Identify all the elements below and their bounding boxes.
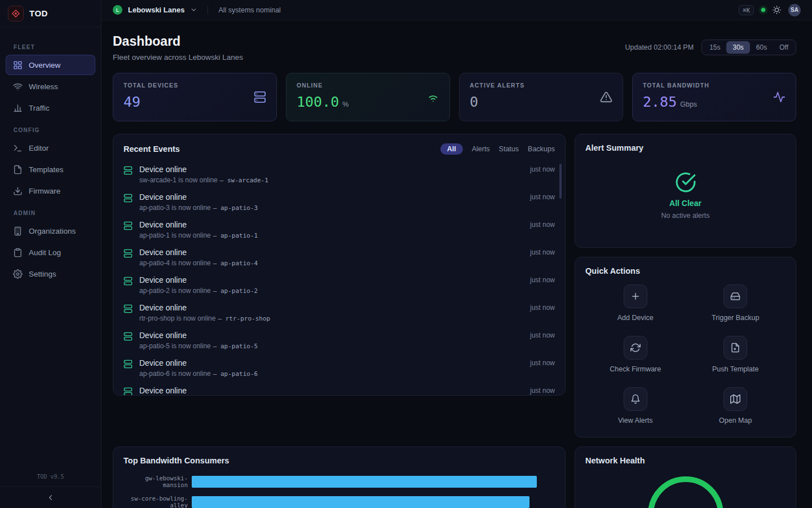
event-title: Device online	[139, 331, 187, 340]
event-row[interactable]: Device online ap-patio-1 is now online— …	[123, 216, 555, 243]
event-detail: ap-patio-5 is now online— ap-patio-5	[139, 342, 258, 350]
tab-backups[interactable]: Backups	[528, 145, 555, 153]
sidebar-item-wireless[interactable]: Wireless	[6, 76, 95, 97]
event-time: just now	[530, 358, 555, 367]
sidebar-section-config: CONFIG	[14, 127, 101, 133]
event-time: just now	[530, 330, 555, 339]
stat-label: TOTAL BANDWIDTH	[643, 82, 785, 89]
recent-events-title: Recent Events	[123, 144, 180, 154]
sidebar-item-audit-log[interactable]: Audit Log	[6, 242, 95, 262]
sidebar-item-editor[interactable]: Editor	[6, 138, 95, 158]
refresh-option-off[interactable]: Off	[773, 41, 795, 54]
server-icon	[254, 91, 266, 103]
event-time: just now	[530, 247, 555, 256]
alert-status-text: All Clear	[669, 199, 701, 208]
stat-card-total-bandwidth: TOTAL BANDWIDTH 2.85 Gbps	[632, 73, 796, 121]
bandwidth-bar	[192, 496, 529, 508]
sidebar-item-traffic[interactable]: Traffic	[6, 98, 95, 118]
sidebar-item-label: Editor	[29, 144, 48, 152]
sidebar-nav: FLEET Overview Wireless Traffic CONFIG E	[0, 27, 101, 468]
event-row[interactable]: Device online ap-patio-6 is now online— …	[123, 354, 555, 382]
dashboard-content: Dashboard Fleet overview across Lebowski…	[102, 20, 812, 508]
event-detail: ap-patio-3 is now online— ap-patio-3	[139, 204, 258, 212]
app-name: TOD	[29, 8, 48, 18]
user-avatar[interactable]: SA	[788, 4, 801, 16]
events-scrollbar-thumb[interactable]	[559, 164, 562, 199]
org-badge: L	[113, 5, 122, 15]
stat-label: ONLINE	[297, 82, 439, 89]
refresh-option-30s[interactable]: 30s	[726, 41, 749, 54]
sidebar-item-firmware[interactable]: Firmware	[6, 181, 95, 201]
event-list: Device online sw-arcade-1 is now online—…	[123, 160, 555, 396]
sidebar-item-settings[interactable]: Settings	[6, 264, 95, 284]
server-icon	[123, 387, 133, 396]
event-row[interactable]: Device online just now	[123, 382, 555, 396]
event-row[interactable]: Device online ap-patio-5 is now online— …	[123, 326, 555, 354]
event-row[interactable]: Device online rtr-pro-shop is now online…	[123, 299, 555, 326]
sidebar-item-overview[interactable]: Overview	[6, 55, 95, 75]
sidebar-item-label: Audit Log	[29, 248, 61, 257]
add-device-button[interactable]: Add Device	[585, 284, 686, 322]
quick-actions-panel: Quick Actions Add Device Trigger Backup	[575, 257, 796, 437]
open-map-button[interactable]: Open Map	[686, 387, 786, 424]
stat-unit: Gbps	[680, 100, 697, 108]
event-time: just now	[530, 386, 555, 395]
event-detail: rtr-pro-shop is now online— rtr-pro-shop	[139, 314, 270, 322]
server-icon	[123, 360, 133, 369]
refresh-option-15s[interactable]: 15s	[703, 41, 726, 54]
alert-detail-text: No active alerts	[661, 212, 709, 220]
sidebar-item-label: Settings	[29, 270, 56, 278]
grid-icon	[13, 60, 23, 70]
event-time: just now	[530, 220, 555, 229]
quick-action-label: Add Device	[617, 314, 654, 322]
main-area: L Lebowski Lanes All systems nominal ⌘K …	[102, 0, 812, 508]
topbar-right: ⌘K SA	[739, 4, 801, 16]
push-template-button[interactable]: Push Template	[686, 336, 786, 373]
stat-value: 0	[470, 94, 478, 110]
org-name[interactable]: Lebowski Lanes	[128, 6, 184, 14]
app-logo: TOD	[0, 0, 101, 27]
event-detail: ap-patio-6 is now online— ap-patio-6	[139, 370, 258, 378]
wifi-icon	[13, 82, 23, 91]
stat-unit: %	[342, 100, 348, 108]
sun-icon[interactable]	[773, 6, 781, 14]
bandwidth-bar	[192, 476, 537, 488]
server-icon	[123, 194, 133, 203]
trigger-backup-button[interactable]: Trigger Backup	[686, 284, 786, 322]
sidebar-item-organizations[interactable]: Organizations	[6, 221, 95, 241]
event-detail: ap-patio-2 is now online— ap-patio-2	[139, 287, 258, 295]
building-icon	[13, 226, 23, 236]
activity-icon	[773, 91, 785, 103]
event-row[interactable]: Device online ap-patio-4 is now online— …	[123, 243, 555, 271]
sidebar: TOD FLEET Overview Wireless Traffic CONF…	[0, 0, 102, 508]
tab-all[interactable]: All	[440, 143, 463, 155]
event-time: just now	[530, 303, 555, 312]
sidebar-item-templates[interactable]: Templates	[6, 159, 95, 179]
server-icon	[123, 332, 133, 341]
sidebar-section-admin: ADMIN	[14, 210, 101, 216]
sidebar-collapse-button[interactable]	[0, 487, 101, 508]
sidebar-item-label: Overview	[29, 61, 60, 69]
network-health-title: Network Health	[585, 456, 785, 465]
view-alerts-button[interactable]: View Alerts	[585, 387, 686, 424]
tab-alerts[interactable]: Alerts	[472, 145, 490, 153]
quick-action-label: View Alerts	[618, 417, 653, 424]
system-status-text: All systems nominal	[218, 6, 280, 14]
network-health-value: 100	[670, 505, 700, 508]
chevron-down-icon[interactable]	[190, 6, 197, 14]
event-device: — ap-patio-4	[213, 260, 258, 267]
stat-label: TOTAL DEVICES	[123, 82, 266, 89]
chevron-left-icon	[46, 493, 55, 502]
bandwidth-row: sw-core-bowling-alley	[123, 495, 555, 508]
event-row[interactable]: Device online sw-arcade-1 is now online—…	[123, 160, 555, 188]
event-row[interactable]: Device online ap-patio-2 is now online— …	[123, 271, 555, 299]
refresh-option-60s[interactable]: 60s	[750, 41, 773, 54]
event-row[interactable]: Device online ap-patio-3 is now online— …	[123, 188, 555, 216]
tab-status[interactable]: Status	[499, 145, 519, 153]
check-firmware-button[interactable]: Check Firmware	[585, 336, 686, 373]
command-palette-shortcut[interactable]: ⌘K	[739, 5, 754, 15]
event-device: — rtr-pro-shop	[218, 315, 270, 322]
alert-summary-panel: Alert Summary All Clear No active alerts	[575, 134, 796, 248]
recent-events-panel: Recent Events All Alerts Status Backups …	[113, 134, 566, 396]
bandwidth-row: gw-lebowski-mansion	[123, 475, 555, 488]
